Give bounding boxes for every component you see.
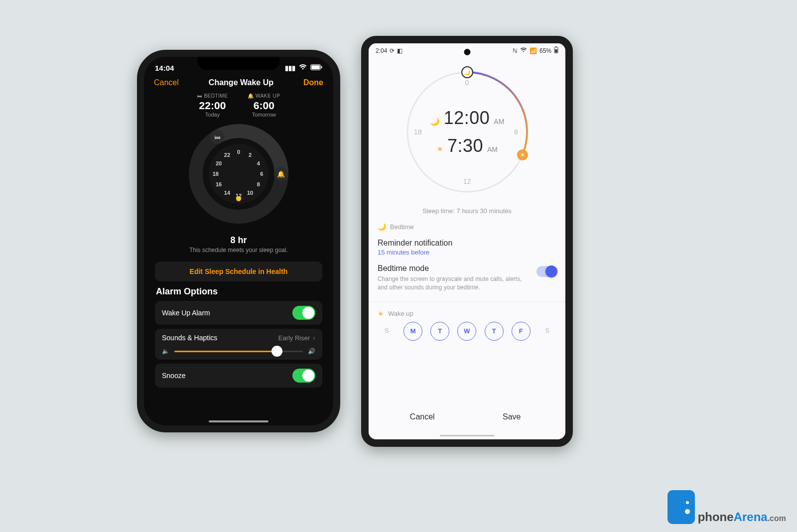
sounds-haptics-value: Early Riser xyxy=(278,334,310,342)
svg-rect-1 xyxy=(311,65,320,69)
wakeup-ampm: AM xyxy=(487,145,498,153)
bedtime-readout[interactable]: 🌙 12:00 AM xyxy=(430,108,505,129)
bedtime-handle[interactable]: 🛏 xyxy=(210,130,224,144)
svg-rect-9 xyxy=(555,46,557,47)
bedtime-section: 🌙 Bedtime Reminder notification 15 minut… xyxy=(369,223,565,341)
battery-text: 65% xyxy=(539,47,551,54)
wakeup-time: 7:30 xyxy=(447,135,483,156)
bedtime-ampm: AM xyxy=(494,118,504,126)
ios-duration-summary: 8 hr This schedule meets your sleep goal… xyxy=(155,235,322,254)
wifi-icon xyxy=(520,47,527,54)
wakeup-readout[interactable]: ☀ 7:30 AM xyxy=(436,135,498,156)
bedtime-sub: Today xyxy=(197,112,228,118)
sounds-haptics-label: Sounds & Haptics xyxy=(162,334,217,342)
sounds-haptics-row[interactable]: Sounds & Haptics Early Riser › 🔈 🔊 xyxy=(155,329,322,360)
home-indicator[interactable] xyxy=(209,420,268,422)
wifi-icon xyxy=(299,64,307,72)
iphone-screen: 14:04 ▮▮▮ Cancel Change Wake Up Done xyxy=(144,57,333,425)
bedtime-header-label: Bedtime xyxy=(390,223,414,231)
wakeup-header-label: Wake up xyxy=(388,310,413,317)
android-camera-cutout xyxy=(464,49,470,55)
wake-up-alarm-toggle[interactable] xyxy=(292,306,315,320)
save-button[interactable]: Save xyxy=(467,406,557,427)
day-sun[interactable]: S xyxy=(378,322,396,340)
bedtime-mode-title: Bedtime mode xyxy=(378,264,531,273)
snooze-row[interactable]: Snooze xyxy=(155,364,322,388)
wake-up-alarm-row[interactable]: Wake Up Alarm xyxy=(155,301,322,325)
iphone-notch xyxy=(198,57,280,70)
clock-12: 12 xyxy=(236,193,242,199)
wakeup-sub: Tomorrow xyxy=(248,112,280,118)
day-wed[interactable]: W xyxy=(457,322,476,341)
battery-icon xyxy=(554,46,558,55)
volume-thumb[interactable] xyxy=(271,346,282,357)
day-thu[interactable]: T xyxy=(485,322,504,341)
done-button[interactable]: Done xyxy=(303,78,323,87)
ios-sleep-dial[interactable]: 0 2 4 6 8 10 12 14 16 18 20 22 🛏 xyxy=(155,122,322,226)
clock-2: 2 xyxy=(249,152,252,158)
cancel-button[interactable]: Cancel xyxy=(378,406,467,427)
signal-icon: ▮▮▮ xyxy=(285,64,295,72)
logo-icon xyxy=(667,490,695,524)
sun-icon: ☀ xyxy=(378,310,384,318)
signal-icon: 📶 xyxy=(530,47,537,54)
clock-8: 8 xyxy=(257,181,260,187)
android-sleep-dial[interactable]: 🌙 ☀ 0 6 12 18 🌙 12:00 AM xyxy=(369,57,565,206)
brand-a: phone xyxy=(698,510,734,524)
bedtime-label: 🛏 BEDTIME xyxy=(197,93,228,99)
ios-status-icons: ▮▮▮ xyxy=(285,64,322,72)
brand-tld: .com xyxy=(768,514,786,523)
brand-b: Arena xyxy=(734,510,768,524)
clock-10: 10 xyxy=(247,190,253,196)
svg-rect-8 xyxy=(555,49,557,53)
bedtime-header: 🌙 Bedtime xyxy=(378,223,556,231)
ios-main: 🛏 BEDTIME 22:00 Today 🔔 WAKE UP 6:00 Tom… xyxy=(144,93,333,388)
bedtime-wakeup-summary: 🛏 BEDTIME 22:00 Today 🔔 WAKE UP 6:00 Tom… xyxy=(155,93,322,118)
alarm-options-title: Alarm Options xyxy=(156,286,322,297)
android-device: 2:04 ⟳ ◧ ℕ 📶 65% xyxy=(361,36,573,447)
phonearena-watermark: phoneArena.com xyxy=(667,490,786,524)
bedtime-mode-toggle[interactable] xyxy=(536,266,556,277)
nfc-icon: ℕ xyxy=(513,47,518,54)
cancel-button[interactable]: Cancel xyxy=(154,78,179,87)
clock-14: 14 xyxy=(224,190,230,196)
wakeup-col: 🔔 WAKE UP 6:00 Tomorrow xyxy=(248,93,280,118)
volume-slider[interactable]: 🔈 🔊 xyxy=(162,348,315,355)
bedtime-mode-row[interactable]: Bedtime mode Change the screen to graysc… xyxy=(378,260,556,296)
chevron-right-icon: › xyxy=(313,334,315,342)
gesture-bar[interactable] xyxy=(440,435,495,436)
android-status-time: 2:04 xyxy=(376,47,387,54)
clock-20: 20 xyxy=(216,160,222,166)
clock-6: 6 xyxy=(260,171,263,177)
wakeup-value: 6:00 xyxy=(248,100,280,112)
app-icon: ◧ xyxy=(397,47,402,54)
reminder-title: Reminder notification xyxy=(378,239,556,248)
snooze-label: Snooze xyxy=(162,372,185,380)
day-fri[interactable]: F xyxy=(512,322,531,341)
android-screen: 2:04 ⟳ ◧ ℕ 📶 65% xyxy=(369,43,565,439)
battery-icon xyxy=(310,64,322,72)
day-tue[interactable]: T xyxy=(430,322,449,341)
reminder-row[interactable]: Reminder notification 15 minutes before xyxy=(378,235,556,260)
clock-4: 4 xyxy=(257,160,260,166)
bedtime-col: 🛏 BEDTIME 22:00 Today xyxy=(197,93,228,118)
wakeup-handle[interactable]: 🔔 xyxy=(274,167,288,181)
clock-22: 22 xyxy=(224,152,230,158)
divider xyxy=(369,301,565,302)
sleep-time-text: Sleep time: 7 hours 30 minutes xyxy=(369,207,565,215)
edit-schedule-button[interactable]: Edit Sleep Schedule in Health xyxy=(155,262,322,281)
snooze-toggle[interactable] xyxy=(292,369,315,383)
clock-16: 16 xyxy=(216,181,222,187)
sun-icon: ☀ xyxy=(436,144,443,154)
moon-icon: 🌙 xyxy=(430,117,440,126)
wakeup-label: 🔔 WAKE UP xyxy=(248,93,280,99)
day-mon[interactable]: M xyxy=(403,322,422,341)
day-selector: S M T W T F S xyxy=(378,322,556,341)
day-sat[interactable]: S xyxy=(538,322,556,340)
volume-high-icon: 🔊 xyxy=(308,348,315,355)
svg-rect-2 xyxy=(321,66,322,69)
iphone-device: 14:04 ▮▮▮ Cancel Change Wake Up Done xyxy=(137,50,340,432)
wake-up-alarm-label: Wake Up Alarm xyxy=(162,309,210,317)
reminder-sub: 15 minutes before xyxy=(378,249,556,256)
clock-18: 18 xyxy=(213,171,219,177)
